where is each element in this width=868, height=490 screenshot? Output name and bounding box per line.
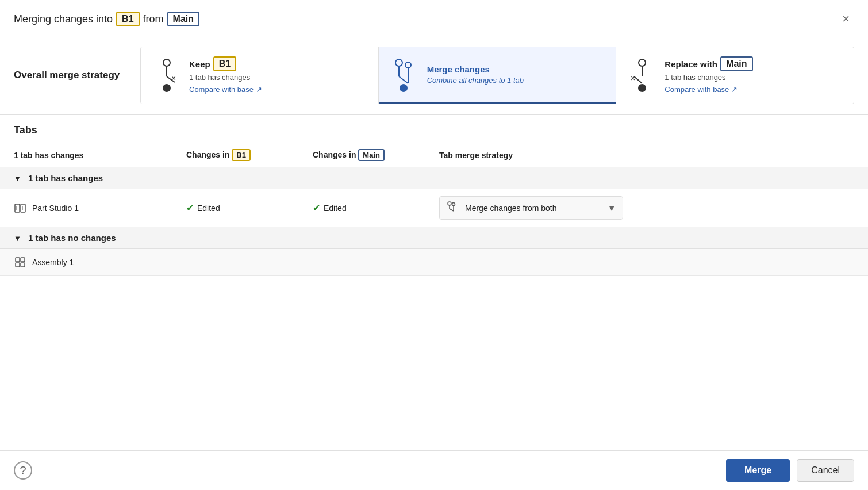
main-changes-cell: ✔ Edited bbox=[299, 189, 425, 227]
merge-button[interactable]: Merge bbox=[726, 459, 790, 482]
merge-table: 1 tab has changes Changes in B1 Changes … bbox=[0, 143, 868, 276]
replace-strategy-text: Replace with Main 1 tab has changes Comp… bbox=[665, 56, 842, 94]
replace-branch-icon: × bbox=[628, 58, 656, 93]
title-prefix: Merging changes into bbox=[14, 13, 113, 25]
keep-strategy-text: Keep B1 1 tab has changes Compare with b… bbox=[189, 56, 367, 94]
dialog-body: Overall merge strategy × Keep B1 bbox=[0, 36, 868, 450]
svg-line-7 bbox=[399, 76, 408, 83]
dropdown-arrow-icon: ▼ bbox=[608, 204, 616, 213]
strategy-section-label: Overall merge strategy bbox=[14, 70, 140, 81]
strategy-options: × Keep B1 1 tab has changes Compare with… bbox=[140, 47, 854, 104]
col-changes-main: Changes in Main bbox=[299, 143, 425, 167]
unchanged-section-header[interactable]: ▼ 1 tab has no changes bbox=[0, 227, 868, 249]
keep-strategy-title: Keep B1 bbox=[189, 56, 367, 71]
keep-branch-icon: × bbox=[152, 58, 181, 93]
title-from: from bbox=[143, 13, 164, 25]
keep-b1-badge: B1 bbox=[213, 56, 236, 71]
merge-subtitle: Combine all changes to 1 tab bbox=[427, 76, 605, 85]
svg-point-0 bbox=[163, 59, 170, 66]
col-tab-merge-strategy: Tab merge strategy bbox=[425, 143, 868, 167]
strategy-option-merge[interactable]: Merge changes Combine all changes to 1 t… bbox=[379, 47, 617, 104]
tab-name-cell: Part Studio 1 bbox=[0, 189, 172, 227]
main-check-icon: ✔ bbox=[313, 202, 320, 213]
merge-strategy-text: Merge changes Combine all changes to 1 t… bbox=[427, 64, 605, 87]
svg-rect-27 bbox=[16, 263, 20, 267]
assembly-main-changes bbox=[299, 249, 425, 276]
table-row: Part Studio 1 ✔ Edited ✔ Edited bbox=[0, 189, 868, 227]
assembly-icon bbox=[14, 256, 26, 269]
tab-strategy-merge-icon bbox=[447, 201, 458, 215]
help-button[interactable]: ? bbox=[14, 461, 32, 480]
cancel-button[interactable]: Cancel bbox=[797, 459, 854, 482]
svg-rect-25 bbox=[16, 258, 20, 262]
svg-point-15 bbox=[639, 85, 646, 91]
assembly-name: Assembly 1 bbox=[32, 258, 74, 267]
assembly-name-cell: Assembly 1 bbox=[0, 249, 172, 276]
assembly-b1-changes bbox=[172, 249, 299, 276]
svg-point-10 bbox=[400, 85, 407, 91]
svg-line-22 bbox=[450, 209, 454, 211]
dialog-footer: ? Merge Cancel bbox=[0, 450, 868, 490]
changed-expand-icon: ▼ bbox=[14, 174, 21, 183]
unchanged-expand-icon: ▼ bbox=[14, 234, 21, 243]
assembly-strategy bbox=[425, 249, 868, 276]
close-button[interactable]: × bbox=[838, 10, 854, 28]
tabs-section: Tabs 1 tab has changes Changes in B1 Cha… bbox=[0, 115, 868, 450]
col-changes-b1: Changes in B1 bbox=[172, 143, 299, 167]
svg-rect-26 bbox=[21, 258, 25, 262]
keep-subtitle: 1 tab has changes bbox=[189, 73, 367, 82]
tab-strategy-dropdown[interactable]: Merge changes from both ▼ bbox=[439, 196, 623, 220]
svg-point-24 bbox=[452, 203, 455, 206]
svg-point-11 bbox=[639, 59, 646, 66]
strategy-section: Overall merge strategy × Keep B1 bbox=[0, 36, 868, 115]
b1-check-icon: ✔ bbox=[186, 202, 194, 213]
replace-compare-link[interactable]: Compare with base ↗ bbox=[665, 85, 738, 94]
main-edited-label: Edited bbox=[324, 204, 347, 213]
strategy-option-keep[interactable]: × Keep B1 1 tab has changes Compare with… bbox=[141, 47, 379, 104]
merge-branch-icon bbox=[390, 58, 419, 93]
part-studio-name: Part Studio 1 bbox=[32, 204, 79, 213]
b1-edited-label: Edited bbox=[197, 204, 220, 213]
replace-strategy-title: Replace with Main bbox=[665, 56, 842, 71]
svg-point-9 bbox=[405, 62, 411, 68]
svg-rect-17 bbox=[21, 204, 25, 212]
replace-main-badge: Main bbox=[720, 56, 752, 71]
merge-strategy-title: Merge changes bbox=[427, 64, 605, 74]
unchanged-section-label: 1 tab has no changes bbox=[28, 233, 116, 243]
col3-main-badge: Main bbox=[358, 149, 385, 161]
dialog-title: Merging changes into B1 from Main bbox=[14, 12, 199, 26]
part-studio-icon bbox=[14, 202, 26, 215]
svg-point-5 bbox=[395, 59, 402, 66]
tab-strategy-label: Merge changes from both bbox=[465, 204, 557, 213]
branch-main-badge: Main bbox=[167, 12, 199, 26]
strategy-option-replace[interactable]: × Replace with Main 1 tab has changes Co… bbox=[616, 47, 854, 104]
branch-b1-badge: B1 bbox=[116, 12, 139, 26]
changed-section-label: 1 tab has changes bbox=[28, 173, 103, 183]
svg-rect-16 bbox=[15, 204, 20, 212]
b1-changes-cell: ✔ Edited bbox=[172, 189, 299, 227]
changed-section-header[interactable]: ▼ 1 tab has changes bbox=[0, 167, 868, 189]
dialog-header: Merging changes into B1 from Main × bbox=[0, 0, 868, 36]
table-row: Assembly 1 bbox=[0, 249, 868, 276]
svg-rect-28 bbox=[21, 263, 25, 267]
keep-compare-link[interactable]: Compare with base ↗ bbox=[189, 85, 262, 94]
svg-text:×: × bbox=[171, 74, 176, 83]
tabs-heading: Tabs bbox=[0, 115, 868, 143]
svg-point-20 bbox=[448, 202, 451, 205]
footer-actions: Merge Cancel bbox=[726, 459, 854, 482]
svg-point-4 bbox=[163, 85, 170, 91]
tab-strategy-cell: Merge changes from both ▼ bbox=[425, 189, 868, 227]
table-header-row: 1 tab has changes Changes in B1 Changes … bbox=[0, 143, 868, 167]
col2-b1-badge: B1 bbox=[232, 149, 251, 161]
col-tab-name: 1 tab has changes bbox=[0, 143, 172, 167]
svg-text:×: × bbox=[631, 74, 635, 83]
replace-subtitle: 1 tab has changes bbox=[665, 73, 842, 82]
